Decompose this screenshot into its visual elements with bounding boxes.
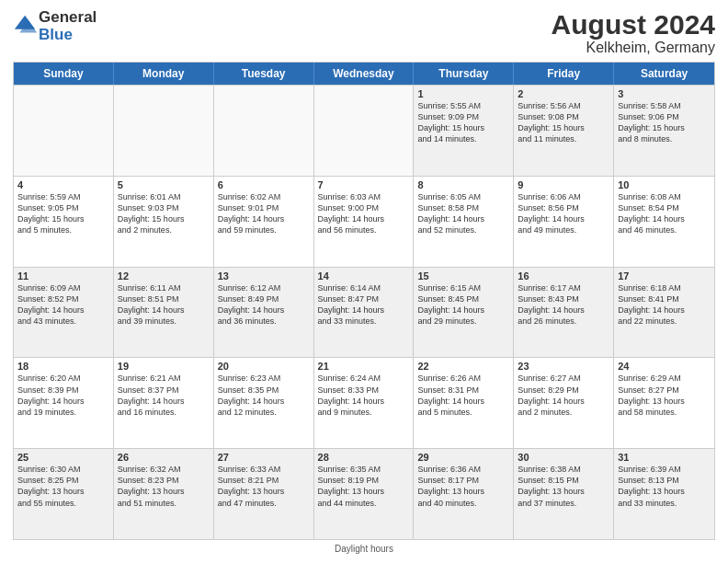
calendar-header-row: SundayMondayTuesdayWednesdayThursdayFrid… (14, 63, 714, 85)
cal-cell-2: 2Sunrise: 5:56 AM Sunset: 9:08 PM Daylig… (514, 86, 614, 176)
day-info: Sunrise: 6:26 AM Sunset: 8:31 PM Dayligh… (417, 373, 509, 418)
day-number: 4 (17, 179, 109, 190)
main-title: August 2024 (552, 9, 715, 40)
day-number: 3 (618, 88, 711, 99)
cal-header-tuesday: Tuesday (214, 63, 314, 85)
header: General Blue August 2024 Kelkheim, Germa… (13, 9, 715, 56)
cal-cell-17: 17Sunrise: 6:18 AM Sunset: 8:41 PM Dayli… (614, 268, 714, 358)
day-info: Sunrise: 6:08 AM Sunset: 8:54 PM Dayligh… (618, 191, 711, 236)
cal-cell-16: 16Sunrise: 6:17 AM Sunset: 8:43 PM Dayli… (514, 268, 614, 358)
day-number: 23 (518, 361, 609, 372)
cal-cell-8: 8Sunrise: 6:05 AM Sunset: 8:58 PM Daylig… (414, 177, 514, 267)
day-info: Sunrise: 6:33 AM Sunset: 8:21 PM Dayligh… (218, 464, 310, 509)
day-info: Sunrise: 6:27 AM Sunset: 8:29 PM Dayligh… (518, 373, 609, 418)
cal-cell-empty-2 (214, 86, 314, 176)
footer-note: Daylight hours (13, 544, 715, 554)
day-number: 12 (118, 270, 210, 282)
day-info: Sunrise: 6:06 AM Sunset: 8:56 PM Dayligh… (518, 191, 609, 236)
day-number: 24 (618, 361, 711, 372)
subtitle: Kelkheim, Germany (552, 40, 715, 56)
day-number: 14 (318, 270, 410, 282)
day-number: 11 (17, 270, 109, 282)
logo-blue-text: Blue (39, 27, 97, 44)
cal-week-3: 11Sunrise: 6:09 AM Sunset: 8:52 PM Dayli… (14, 267, 714, 358)
cal-cell-9: 9Sunrise: 6:06 AM Sunset: 8:56 PM Daylig… (514, 177, 614, 267)
day-info: Sunrise: 6:38 AM Sunset: 8:15 PM Dayligh… (518, 464, 609, 509)
day-info: Sunrise: 6:17 AM Sunset: 8:43 PM Dayligh… (518, 282, 609, 327)
cal-cell-11: 11Sunrise: 6:09 AM Sunset: 8:52 PM Dayli… (14, 268, 114, 358)
logo-general-text: General (39, 9, 97, 27)
day-info: Sunrise: 6:12 AM Sunset: 8:49 PM Dayligh… (218, 282, 310, 327)
day-number: 2 (518, 88, 609, 99)
day-info: Sunrise: 6:30 AM Sunset: 8:25 PM Dayligh… (17, 464, 109, 509)
day-number: 13 (218, 270, 310, 282)
cal-cell-26: 26Sunrise: 6:32 AM Sunset: 8:23 PM Dayli… (114, 449, 214, 539)
cal-header-sunday: Sunday (14, 63, 114, 85)
cal-cell-4: 4Sunrise: 5:59 AM Sunset: 9:05 PM Daylig… (14, 177, 114, 267)
day-number: 10 (618, 179, 711, 190)
cal-cell-20: 20Sunrise: 6:23 AM Sunset: 8:35 PM Dayli… (214, 358, 314, 448)
day-number: 19 (118, 361, 210, 372)
day-info: Sunrise: 6:02 AM Sunset: 9:01 PM Dayligh… (218, 191, 310, 236)
page: General Blue August 2024 Kelkheim, Germa… (0, 0, 728, 563)
day-info: Sunrise: 6:14 AM Sunset: 8:47 PM Dayligh… (318, 282, 410, 327)
logo: General Blue (13, 9, 97, 43)
day-info: Sunrise: 6:36 AM Sunset: 8:17 PM Dayligh… (417, 464, 509, 509)
day-number: 8 (417, 179, 509, 190)
cal-cell-23: 23Sunrise: 6:27 AM Sunset: 8:29 PM Dayli… (514, 358, 614, 448)
day-info: Sunrise: 6:32 AM Sunset: 8:23 PM Dayligh… (118, 464, 210, 509)
day-number: 9 (518, 179, 609, 190)
cal-header-friday: Friday (514, 63, 614, 85)
day-number: 28 (318, 452, 410, 463)
day-number: 15 (417, 270, 509, 282)
cal-cell-29: 29Sunrise: 6:36 AM Sunset: 8:17 PM Dayli… (414, 449, 514, 539)
day-info: Sunrise: 6:15 AM Sunset: 8:45 PM Dayligh… (417, 282, 509, 327)
day-number: 17 (618, 270, 711, 282)
day-info: Sunrise: 6:29 AM Sunset: 8:27 PM Dayligh… (618, 373, 711, 418)
cal-cell-empty-3 (314, 86, 415, 176)
day-number: 25 (17, 452, 109, 463)
cal-cell-1: 1Sunrise: 5:55 AM Sunset: 9:09 PM Daylig… (414, 86, 514, 176)
logo-icon (13, 12, 39, 38)
cal-cell-14: 14Sunrise: 6:14 AM Sunset: 8:47 PM Dayli… (314, 268, 415, 358)
cal-cell-31: 31Sunrise: 6:39 AM Sunset: 8:13 PM Dayli… (614, 449, 714, 539)
cal-cell-19: 19Sunrise: 6:21 AM Sunset: 8:37 PM Dayli… (114, 358, 214, 448)
cal-header-wednesday: Wednesday (314, 63, 415, 85)
day-number: 6 (218, 179, 310, 190)
cal-cell-3: 3Sunrise: 5:58 AM Sunset: 9:06 PM Daylig… (614, 86, 714, 176)
day-info: Sunrise: 6:23 AM Sunset: 8:35 PM Dayligh… (218, 373, 310, 418)
cal-header-saturday: Saturday (614, 63, 714, 85)
cal-cell-28: 28Sunrise: 6:35 AM Sunset: 8:19 PM Dayli… (314, 449, 415, 539)
day-info: Sunrise: 6:03 AM Sunset: 9:00 PM Dayligh… (318, 191, 410, 236)
day-number: 29 (417, 452, 509, 463)
cal-cell-10: 10Sunrise: 6:08 AM Sunset: 8:54 PM Dayli… (614, 177, 714, 267)
cal-week-1: 1Sunrise: 5:55 AM Sunset: 9:09 PM Daylig… (14, 85, 714, 176)
cal-cell-25: 25Sunrise: 6:30 AM Sunset: 8:25 PM Dayli… (14, 449, 114, 539)
cal-week-4: 18Sunrise: 6:20 AM Sunset: 8:39 PM Dayli… (14, 357, 714, 448)
day-number: 16 (518, 270, 609, 282)
cal-week-2: 4Sunrise: 5:59 AM Sunset: 9:05 PM Daylig… (14, 176, 714, 267)
day-number: 26 (118, 452, 210, 463)
day-info: Sunrise: 5:55 AM Sunset: 9:09 PM Dayligh… (417, 100, 509, 145)
day-number: 7 (318, 179, 410, 190)
calendar-body: 1Sunrise: 5:55 AM Sunset: 9:09 PM Daylig… (14, 85, 714, 539)
day-info: Sunrise: 6:20 AM Sunset: 8:39 PM Dayligh… (17, 373, 109, 418)
day-number: 22 (417, 361, 509, 372)
cal-cell-27: 27Sunrise: 6:33 AM Sunset: 8:21 PM Dayli… (214, 449, 314, 539)
cal-cell-empty-1 (114, 86, 214, 176)
day-number: 31 (618, 452, 711, 463)
day-info: Sunrise: 6:35 AM Sunset: 8:19 PM Dayligh… (318, 464, 410, 509)
day-number: 30 (518, 452, 609, 463)
day-info: Sunrise: 6:21 AM Sunset: 8:37 PM Dayligh… (118, 373, 210, 418)
day-info: Sunrise: 6:01 AM Sunset: 9:03 PM Dayligh… (118, 191, 210, 236)
day-number: 21 (318, 361, 410, 372)
day-info: Sunrise: 6:24 AM Sunset: 8:33 PM Dayligh… (318, 373, 410, 418)
day-info: Sunrise: 5:56 AM Sunset: 9:08 PM Dayligh… (518, 100, 609, 145)
day-number: 18 (17, 361, 109, 372)
day-info: Sunrise: 6:09 AM Sunset: 8:52 PM Dayligh… (17, 282, 109, 327)
cal-cell-30: 30Sunrise: 6:38 AM Sunset: 8:15 PM Dayli… (514, 449, 614, 539)
day-info: Sunrise: 6:11 AM Sunset: 8:51 PM Dayligh… (118, 282, 210, 327)
day-number: 1 (417, 88, 509, 99)
cal-cell-15: 15Sunrise: 6:15 AM Sunset: 8:45 PM Dayli… (414, 268, 514, 358)
cal-cell-12: 12Sunrise: 6:11 AM Sunset: 8:51 PM Dayli… (114, 268, 214, 358)
